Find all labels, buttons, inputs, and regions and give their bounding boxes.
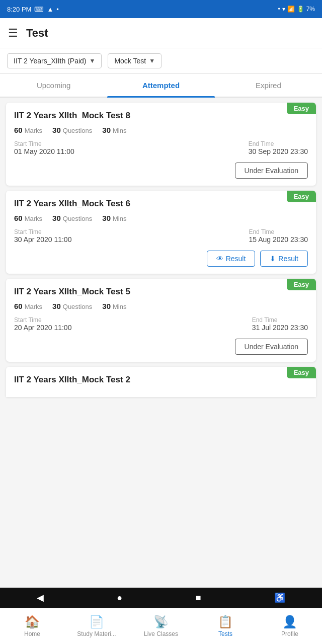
tab-attempted[interactable]: Attempted	[107, 74, 214, 97]
nav-study[interactable]: 📄 Study Materi...	[64, 608, 129, 644]
questions-info: 30 Questions	[52, 302, 92, 310]
type-filter-button[interactable]: Mock Test ▼	[108, 53, 162, 68]
time-info: Start Time 20 Apr 2020 11:00 End Time 31…	[14, 316, 308, 332]
easy-badge: Easy	[287, 279, 316, 290]
card-actions: 👁 Result ⬇ Result	[14, 249, 308, 267]
test-title: IIT 2 Years XIIth_Mock Test 2	[6, 367, 286, 385]
course-filter-button[interactable]: IIT 2 Years_XIIth (Paid) ▼	[7, 53, 102, 68]
under-evaluation-button[interactable]: Under Evaluation	[235, 339, 308, 355]
test-title: IIT 2 Years XIIth_Mock Test 5	[14, 287, 278, 297]
time-info: Start Time 30 Apr 2020 11:00 End Time 15…	[14, 228, 308, 244]
chevron-down-icon: ▼	[90, 57, 96, 64]
marks-info: 60 Marks	[14, 302, 42, 310]
questions-info: 30 Questions	[52, 126, 92, 134]
test-card-1: Easy IIT 2 Years XIIth_Mock Test 8 60 Ma…	[6, 103, 316, 186]
easy-badge: Easy	[287, 191, 316, 202]
nav-live[interactable]: 📡 Live Classes	[129, 608, 193, 644]
type-filter-label: Mock Test	[114, 57, 146, 65]
nav-tests-label: Tests	[218, 630, 232, 637]
test-card-2: Easy IIT 2 Years XIIth_Mock Test 6 60 Ma…	[6, 191, 316, 274]
status-left: 8:20 PM ⌨ ▲ •	[7, 6, 59, 13]
nav-profile[interactable]: 👤 Profile	[258, 608, 322, 644]
status-bar: 8:20 PM ⌨ ▲ • • ▾ 📶 🔋 7%	[0, 0, 322, 18]
tab-upcoming[interactable]: Upcoming	[0, 74, 107, 97]
dot-icon: •	[56, 6, 59, 13]
home-button[interactable]: ●	[117, 593, 122, 603]
bottom-navigation: 🏠 Home 📄 Study Materi... 📡 Live Classes …	[0, 608, 322, 644]
view-result-label: Result	[226, 255, 246, 263]
card-actions: Under Evaluation	[14, 160, 308, 179]
battery-percent: 7%	[306, 6, 315, 13]
start-time-block: Start Time 01 May 2020 11:00	[14, 140, 74, 155]
download-icon: ⬇	[270, 255, 276, 263]
back-button[interactable]: ◀	[37, 592, 44, 603]
test-title: IIT 2 Years XIIth_Mock Test 6	[14, 199, 278, 209]
duration-info: 30 Mins	[102, 126, 126, 134]
accessibility-button[interactable]: ♿	[274, 592, 285, 603]
menu-icon[interactable]: ☰	[8, 27, 18, 40]
signal-dot: •	[278, 6, 280, 13]
marks-info: 60 Marks	[14, 126, 42, 134]
cloud-icon: ▲	[47, 6, 53, 13]
start-time-block: Start Time 20 Apr 2020 11:00	[14, 316, 71, 332]
keyboard-icon: ⌨	[34, 6, 44, 13]
profile-icon: 👤	[282, 615, 297, 629]
recents-button[interactable]: ■	[196, 593, 201, 603]
tests-icon: 📋	[218, 615, 233, 629]
nav-tests[interactable]: 📋 Tests	[193, 608, 258, 644]
time-info: Start Time 01 May 2020 11:00 End Time 30…	[14, 140, 308, 155]
view-result-button[interactable]: 👁 Result	[207, 251, 256, 267]
card-actions: Under Evaluation	[14, 337, 308, 355]
nav-home-label: Home	[24, 630, 40, 637]
wifi-icon: ▾	[282, 6, 285, 13]
questions-info: 30 Questions	[52, 214, 92, 222]
home-icon: 🏠	[25, 615, 40, 629]
easy-badge: Easy	[287, 103, 316, 114]
start-time-block: Start Time 30 Apr 2020 11:00	[14, 228, 71, 244]
eye-icon: 👁	[216, 255, 223, 263]
easy-badge: Easy	[287, 367, 316, 378]
duration-info: 30 Mins	[102, 214, 126, 222]
test-title: IIT 2 Years XIIth_Mock Test 8	[14, 111, 278, 121]
tabs-bar: Upcoming Attempted Expired	[0, 74, 322, 98]
end-time-block: End Time 31 Jul 2020 23:30	[252, 316, 308, 332]
status-right: • ▾ 📶 🔋 7%	[278, 6, 315, 13]
filter-row: IIT 2 Years_XIIth (Paid) ▼ Mock Test ▼	[0, 48, 322, 74]
download-result-label: Result	[278, 255, 298, 263]
system-nav-bar: ◀ ● ■ ♿	[0, 588, 322, 608]
nav-study-label: Study Materi...	[77, 630, 116, 637]
study-icon: 📄	[89, 615, 104, 629]
nav-profile-label: Profile	[281, 630, 298, 637]
end-time-block: End Time 15 Aug 2020 23:30	[249, 228, 308, 244]
end-time-block: End Time 30 Sep 2020 23:30	[249, 140, 308, 155]
page-title: Test	[26, 27, 48, 40]
test-card-4-partial: Easy IIT 2 Years XIIth_Mock Test 2	[6, 367, 316, 397]
battery-icon: 🔋	[297, 6, 304, 13]
marks-info: 60 Marks	[14, 214, 42, 222]
tab-expired[interactable]: Expired	[215, 74, 322, 97]
time: 8:20 PM	[7, 6, 31, 13]
under-evaluation-button[interactable]: Under Evaluation	[235, 163, 308, 179]
nav-home[interactable]: 🏠 Home	[0, 608, 64, 644]
live-icon: 📡	[153, 615, 169, 629]
chevron-down-icon: ▼	[149, 57, 155, 64]
app-bar: ☰ Test	[0, 18, 322, 48]
course-filter-label: IIT 2 Years_XIIth (Paid)	[14, 57, 87, 65]
nav-live-label: Live Classes	[144, 630, 178, 637]
data-icon: 📶	[287, 6, 295, 13]
test-card-3: Easy IIT 2 Years XIIth_Mock Test 5 60 Ma…	[6, 279, 316, 362]
test-list: Easy IIT 2 Years XIIth_Mock Test 8 60 Ma…	[0, 98, 322, 467]
duration-info: 30 Mins	[102, 302, 126, 310]
download-result-button[interactable]: ⬇ Result	[260, 251, 308, 267]
